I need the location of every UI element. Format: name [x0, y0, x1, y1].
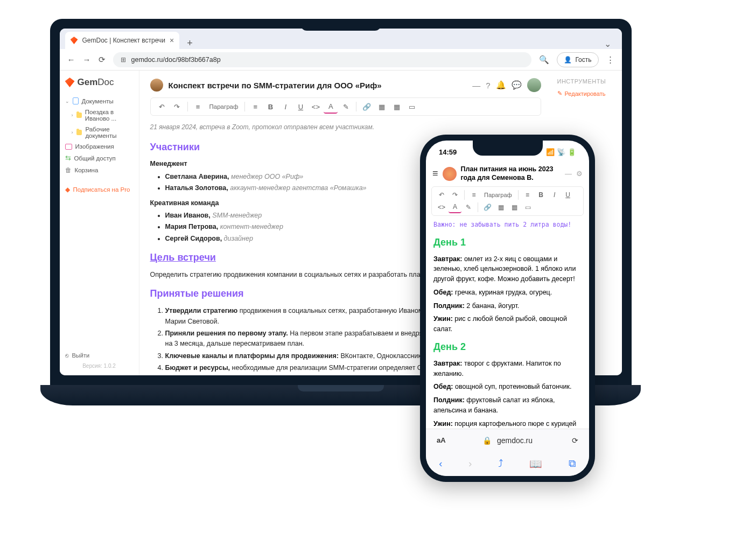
subscribe-pro-link[interactable]: ◆ Подписаться на Pro — [65, 186, 134, 193]
reload-button[interactable]: ⟳ — [572, 436, 578, 445]
lock-icon: 🔒 — [482, 436, 492, 445]
redo-button[interactable]: ↷ — [170, 100, 184, 114]
sidebar-item-images[interactable]: Изображения — [65, 141, 134, 152]
text-color-button[interactable]: A — [449, 201, 461, 213]
app-logo[interactable]: GemDoc — [65, 77, 134, 88]
sidebar: GemDoc ⌄ Документы › Поездка в Иваново .… — [60, 71, 139, 375]
document-title[interactable]: План питания на июнь 2023 года для Семен… — [461, 165, 561, 182]
chevron-down-icon[interactable]: ⌄ — [599, 39, 617, 49]
menu-icon[interactable]: ≡ — [432, 168, 438, 179]
zoom-icon[interactable]: 🔍 — [539, 55, 549, 65]
profile-chip[interactable]: 👤 Гость — [557, 52, 598, 67]
document-avatar — [150, 79, 163, 92]
document-header: Конспект встречи по SMM-стратегии для ОО… — [150, 78, 541, 92]
user-icon: 👤 — [564, 56, 572, 64]
menu-icon[interactable]: ⋮ — [606, 55, 614, 65]
code-button[interactable]: <> — [309, 100, 323, 114]
wifi-icon: 📡 — [557, 148, 565, 156]
chevron-down-icon: ⌄ — [65, 99, 69, 104]
minimize-icon[interactable]: — — [565, 170, 572, 178]
tab-title: GemDoc | Конспект встречи — [82, 37, 165, 44]
sidebar-item-folder[interactable]: › Поездка в Иваново ... — [65, 107, 134, 124]
user-avatar[interactable] — [527, 78, 541, 92]
block-select[interactable]: Параграф — [206, 103, 242, 110]
share-button[interactable]: ⤴ — [498, 458, 503, 470]
tools-title: ИНСТРУМЕНТЫ — [557, 78, 617, 85]
chevron-right-icon: › — [72, 113, 73, 118]
underline-button[interactable]: U — [293, 100, 307, 114]
table-button[interactable]: ▦ — [390, 100, 404, 114]
chat-icon[interactable]: 💬 — [512, 80, 522, 90]
forward-button[interactable]: → — [83, 55, 91, 64]
highlight-button[interactable]: ✎ — [462, 201, 475, 213]
italic-button[interactable]: I — [548, 189, 561, 201]
embed-button[interactable]: ▭ — [405, 100, 419, 114]
image-button[interactable]: ▦ — [494, 201, 507, 213]
undo-button[interactable]: ↶ — [155, 100, 169, 114]
table-button[interactable]: ▦ — [508, 201, 521, 213]
embed-button[interactable]: ▭ — [521, 201, 534, 213]
mobile-doc-header: ≡ План питания на июнь 2023 года для Сем… — [426, 163, 589, 186]
image-button[interactable]: ▦ — [375, 100, 389, 114]
meta-text: 21 января 2024, встреча в Zoom, протокол… — [150, 122, 541, 132]
bold-button[interactable]: B — [263, 100, 277, 114]
new-tab-button[interactable]: + — [183, 38, 197, 49]
back-button[interactable]: ← — [67, 55, 75, 64]
close-tab-icon[interactable]: × — [170, 36, 174, 45]
text-color-button[interactable]: A — [324, 100, 338, 114]
browser-tab[interactable]: GemDoc | Конспект встречи × — [65, 32, 180, 49]
bold-button[interactable]: B — [535, 189, 548, 201]
help-icon[interactable]: ? — [486, 81, 490, 90]
edit-icon: ✎ — [557, 90, 562, 97]
edit-tool-link[interactable]: ✎ Редактировать — [557, 90, 617, 97]
back-button[interactable]: ‹ — [439, 458, 442, 470]
logout-icon: ⎋ — [65, 352, 69, 359]
bell-icon[interactable]: 🔔 — [496, 80, 506, 90]
url-domain: gemdoc.ru — [497, 436, 533, 445]
italic-button[interactable]: I — [278, 100, 292, 114]
browser-toolbar: ← → ⟳ ⊞ gemdoc.ru/doc/98bf3b667a8p 🔍 👤 Г… — [60, 49, 622, 71]
heading-day1: День 1 — [433, 235, 582, 250]
url-text: gemdoc.ru/doc/98bf3b667a8p — [131, 56, 221, 64]
tabs-button[interactable]: ⧉ — [569, 458, 576, 470]
trash-icon: 🗑 — [65, 166, 72, 174]
settings-icon[interactable]: ⚙ — [576, 170, 583, 178]
chevron-right-icon: › — [72, 130, 73, 135]
image-icon — [65, 144, 72, 150]
block-select[interactable]: Параграф — [481, 192, 515, 198]
forward-button[interactable]: › — [468, 458, 472, 470]
sidebar-item-trash[interactable]: 🗑 Корзина — [65, 164, 134, 176]
safari-bottom-nav: ‹ › ⤴ 📖 ⧉ — [426, 451, 589, 476]
document-title[interactable]: Конспект встречи по SMM-стратегии для ОО… — [169, 81, 382, 90]
sidebar-item-documents[interactable]: ⌄ Документы — [65, 95, 134, 107]
align-icon[interactable]: ≡ — [248, 100, 262, 114]
status-time: 14:59 — [439, 148, 457, 156]
address-bar[interactable]: ⊞ gemdoc.ru/doc/98bf3b667a8p — [113, 52, 532, 67]
version-label: Версия: 1.0.2 — [65, 363, 134, 369]
link-button[interactable]: 🔗 — [360, 100, 374, 114]
bookmarks-button[interactable]: 📖 — [529, 458, 542, 470]
sidebar-item-folder[interactable]: › Рабочие документы — [65, 124, 134, 141]
battery-icon: 🔋 — [568, 148, 576, 156]
undo-button[interactable]: ↶ — [435, 189, 448, 201]
indent-icon[interactable]: ≡ — [191, 100, 205, 114]
safari-address-bar[interactable]: аА 🔒 gemdoc.ru ⟳ — [426, 429, 589, 451]
heading-day2: День 2 — [433, 340, 582, 354]
redo-button[interactable]: ↷ — [449, 189, 461, 201]
document-icon — [73, 97, 79, 104]
link-button[interactable]: 🔗 — [481, 201, 494, 213]
site-settings-icon[interactable]: ⊞ — [121, 56, 126, 64]
text-size-button[interactable]: аА — [437, 436, 446, 444]
underline-button[interactable]: U — [562, 189, 575, 201]
folder-icon — [76, 113, 82, 118]
indent-icon[interactable]: ≡ — [467, 189, 480, 201]
reload-button[interactable]: ⟳ — [99, 55, 106, 65]
align-icon[interactable]: ≡ — [521, 189, 534, 201]
sidebar-item-shared[interactable]: ⇆ Общий доступ — [65, 152, 134, 164]
logout-button[interactable]: ⎋ Выйти — [65, 352, 134, 359]
editor-toolbar: ↶ ↷ ≡ Параграф ≡ B I U <> A ✎ — [150, 97, 541, 116]
code-button[interactable]: <> — [435, 201, 448, 213]
minimize-icon[interactable]: — — [472, 81, 480, 90]
mobile-document-content[interactable]: Важно: не забывать пить 2 литра воды! Де… — [426, 220, 589, 429]
highlight-button[interactable]: ✎ — [339, 100, 353, 114]
